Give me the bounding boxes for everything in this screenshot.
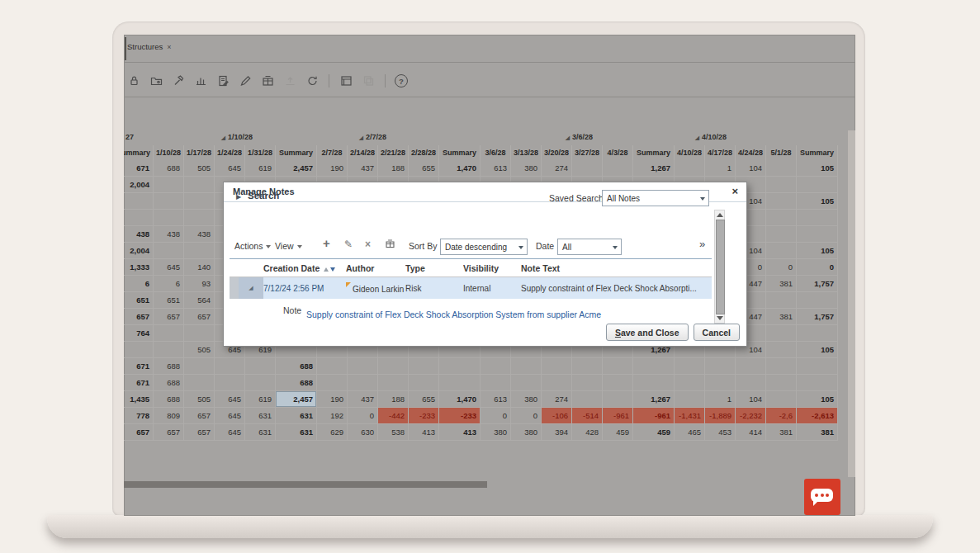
grid-cell[interactable] [184, 193, 215, 210]
grid-cell[interactable] [124, 210, 154, 226]
grid-cell[interactable] [705, 375, 736, 391]
grid-cell[interactable] [154, 243, 184, 259]
grid-cell[interactable] [317, 375, 348, 391]
grid-cell[interactable] [348, 358, 378, 375]
scroll-up-icon[interactable] [717, 213, 723, 217]
column-header[interactable]: 4/24/28 [736, 145, 766, 160]
grid-cell[interactable]: 688 [154, 375, 184, 391]
grid-cell[interactable] [797, 226, 838, 243]
grid-cell[interactable] [124, 342, 154, 358]
grid-cell[interactable]: 381 [797, 424, 838, 441]
grid-cell[interactable] [215, 358, 245, 375]
saved-search-select[interactable]: All Notes [602, 190, 709, 206]
grid-cell[interactable]: 413 [439, 424, 481, 441]
grid-cell[interactable]: 2,457 [276, 160, 317, 177]
sort-ascending-icon[interactable] [324, 267, 329, 272]
grid-cell[interactable] [439, 375, 481, 391]
col-type[interactable]: Type [405, 263, 463, 273]
grid-cell[interactable]: 688 [276, 358, 317, 375]
dialog-close-icon[interactable]: × [731, 185, 738, 197]
grid-cell[interactable] [675, 375, 705, 391]
grid-cell[interactable]: 105 [797, 342, 838, 358]
grid-cell[interactable] [766, 391, 797, 408]
grid-cell[interactable]: 809 [154, 408, 184, 424]
row-expand-cell[interactable]: ◢ [239, 277, 263, 299]
grid-cell[interactable] [378, 375, 409, 391]
col-author[interactable]: Author [346, 263, 405, 273]
grid-cell[interactable]: -442 [378, 408, 409, 424]
column-header[interactable]: 2/28/28 [409, 145, 439, 160]
grid-cell[interactable]: -1,431 [675, 408, 705, 424]
notes-table-icon[interactable] [339, 74, 353, 88]
column-header[interactable]: 1/17/28 [184, 145, 215, 160]
column-header[interactable]: 2/21/28 [378, 145, 409, 160]
column-header[interactable]: Summary [797, 145, 838, 160]
grid-cell[interactable]: 2,004 [124, 243, 154, 259]
grid-cell[interactable]: 0 [766, 259, 797, 276]
grid-cell[interactable]: 505 [184, 391, 215, 408]
grid-cell[interactable]: -233 [439, 408, 481, 424]
note-row[interactable]: ◢ 7/12/24 2:56 PM Gideon Larkin Risk Int… [230, 277, 712, 299]
column-header[interactable]: 1/10/28 [154, 145, 184, 160]
grid-cell[interactable] [245, 358, 276, 375]
column-header[interactable]: 1/24/28 [215, 145, 245, 160]
grid-cell[interactable] [184, 243, 215, 259]
collapse-triangle-icon[interactable]: ◢ [359, 135, 363, 140]
grid-cell[interactable] [348, 375, 378, 391]
grid-cell[interactable]: 645 [215, 160, 245, 177]
grid-cell[interactable] [572, 160, 603, 177]
grid-cell[interactable]: 688 [276, 375, 317, 391]
grid-cell[interactable] [603, 375, 633, 391]
grid-cell[interactable] [797, 375, 838, 391]
grid-cell[interactable]: 645 [215, 391, 245, 408]
grid-cell[interactable]: 104 [736, 391, 766, 408]
grid-cell[interactable]: 1 [705, 160, 736, 177]
grid-cell[interactable]: 380 [481, 424, 511, 441]
grid-cell[interactable]: 437 [348, 391, 378, 408]
grid-cell[interactable]: 657 [184, 309, 215, 325]
grid-cell[interactable] [797, 210, 838, 226]
sort-descending-icon[interactable] [330, 267, 335, 272]
grid-cell[interactable]: 613 [481, 391, 511, 408]
grid-cell[interactable]: 631 [276, 408, 317, 424]
grid-cell[interactable]: 657 [124, 309, 154, 325]
lock-icon[interactable] [126, 74, 141, 88]
grid-cell[interactable]: 104 [736, 160, 766, 177]
grid-cell[interactable]: 655 [409, 391, 439, 408]
grid-cell[interactable] [766, 325, 797, 342]
grid-cell[interactable]: 778 [124, 408, 154, 424]
grid-cell[interactable]: 1,757 [797, 276, 838, 292]
grid-cell[interactable] [766, 292, 797, 309]
grid-cell[interactable] [766, 375, 797, 391]
column-header[interactable]: 4/3/28 [603, 145, 633, 160]
grid-cell[interactable]: -961 [633, 408, 675, 424]
col-note-text[interactable]: Note Text [521, 263, 712, 273]
folder-lock-icon[interactable] [149, 74, 163, 88]
detach-table-icon[interactable] [260, 74, 275, 88]
grid-cell[interactable]: 380 [511, 160, 542, 177]
grid-cell[interactable]: 274 [542, 391, 572, 408]
grid-cell[interactable] [675, 358, 705, 375]
grid-cell[interactable] [245, 375, 276, 391]
add-note-button[interactable]: + [323, 236, 330, 250]
grid-cell[interactable] [215, 375, 245, 391]
grid-cell[interactable]: 0 [348, 408, 378, 424]
grid-cell[interactable]: 413 [409, 424, 439, 441]
grid-cell[interactable]: 459 [633, 424, 675, 441]
grid-cell[interactable] [154, 177, 184, 193]
group-header-2-7-28[interactable]: ◢2/7/28 [359, 133, 386, 141]
grid-cell[interactable]: 2,004 [124, 177, 154, 193]
bar-chart-icon[interactable] [193, 74, 208, 88]
column-header[interactable]: Summary [633, 145, 675, 160]
grid-cell[interactable]: 459 [603, 424, 633, 441]
column-header[interactable]: 5/1/28 [766, 145, 797, 160]
vertical-scrollbar[interactable] [848, 130, 855, 477]
page-edit-icon[interactable] [215, 74, 230, 88]
grid-cell[interactable]: 6 [124, 276, 154, 292]
grid-cell[interactable]: 188 [378, 391, 409, 408]
grid-cell[interactable]: 645 [154, 259, 184, 276]
column-header[interactable]: 4/10/28 [675, 145, 705, 160]
toolbar-overflow-icon[interactable]: » [699, 238, 705, 250]
tab-structures[interactable]: Structures × [127, 42, 172, 51]
grid-cell[interactable]: 437 [348, 160, 378, 177]
